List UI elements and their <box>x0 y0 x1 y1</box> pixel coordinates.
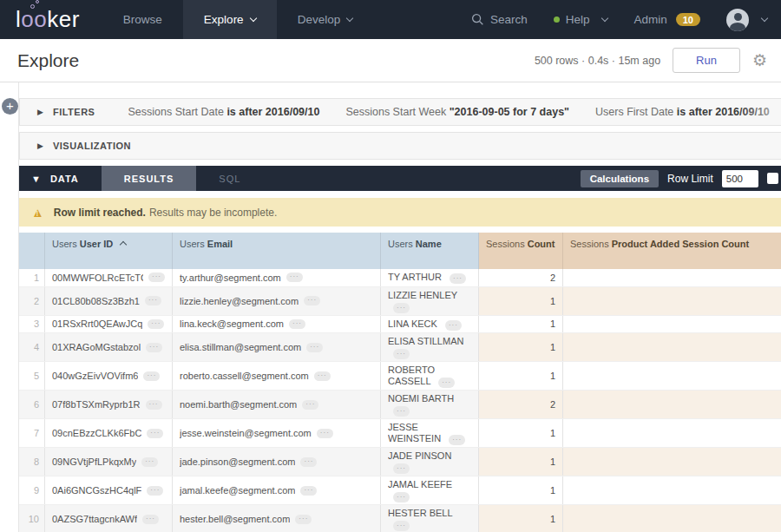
cell-menu-icon[interactable]: ··· <box>393 521 410 531</box>
cell-count[interactable]: 1 <box>479 287 563 315</box>
admin-menu[interactable]: Admin 10 <box>633 13 700 26</box>
cell-menu-icon[interactable]: ··· <box>304 296 320 305</box>
add-field-button[interactable]: + <box>2 98 18 115</box>
cell-count[interactable]: 1 <box>479 419 563 447</box>
cell-email[interactable]: lizzie.henley@segment.com··· <box>173 287 381 315</box>
tab-results[interactable]: RESULTS <box>102 166 197 191</box>
cell-count[interactable]: 2 <box>479 269 563 286</box>
tab-sql[interactable]: SQL <box>196 166 263 191</box>
nav-item-explore[interactable]: Explore <box>183 0 277 39</box>
cell-user-id[interactable]: 0Ai6GNCGszHC4qlF··· <box>45 476 173 504</box>
cell-email[interactable]: jamal.keefe@segment.com··· <box>173 476 381 504</box>
cell-menu-icon[interactable]: ··· <box>300 486 317 496</box>
totals-checkbox[interactable] <box>767 173 778 184</box>
cell-name[interactable]: TY ARTHUR ··· <box>381 269 479 286</box>
cell-product-added[interactable]: 0 <box>563 448 781 476</box>
cell-menu-icon[interactable]: ··· <box>449 435 465 445</box>
cell-count[interactable]: 1 <box>479 476 563 504</box>
cell-menu-icon[interactable]: ··· <box>147 429 163 438</box>
cell-user-id[interactable]: 01CL80b08Sz3Bzh1··· <box>45 287 173 315</box>
cell-count[interactable]: 2 <box>479 391 563 418</box>
gear-icon[interactable]: ⚙ <box>752 52 767 69</box>
cell-menu-icon[interactable]: ··· <box>148 273 165 282</box>
cell-menu-icon[interactable]: ··· <box>286 273 303 282</box>
run-button[interactable]: Run <box>673 48 740 73</box>
cell-menu-icon[interactable]: ··· <box>146 400 162 410</box>
cell-product-added[interactable]: 2 <box>563 269 781 286</box>
cell-menu-icon[interactable]: ··· <box>393 349 410 359</box>
cell-count[interactable]: 1 <box>479 362 563 390</box>
cell-product-added[interactable]: 1 <box>563 333 781 361</box>
cell-menu-icon[interactable]: ··· <box>314 371 331 381</box>
nav-item-develop[interactable]: Develop <box>277 0 374 39</box>
column-header-user-id[interactable]: Users User ID <box>45 233 173 269</box>
cell-menu-icon[interactable]: ··· <box>393 303 410 313</box>
data-section-toggle[interactable]: ▼ DATA <box>19 166 102 191</box>
cell-menu-icon[interactable]: ··· <box>445 320 462 331</box>
filter-item[interactable]: Sessions Start Date is after 2016/09/10 <box>128 106 319 118</box>
cell-menu-icon[interactable]: ··· <box>289 319 305 329</box>
cell-user-id[interactable]: 09NGVtjPfLPkqxMy··· <box>45 448 173 476</box>
cell-product-added[interactable]: 0 <box>563 287 781 315</box>
help-menu[interactable]: Help <box>554 13 608 26</box>
column-header-email[interactable]: Users Email <box>173 233 381 269</box>
cell-name[interactable]: LIZZIE HENLEY ··· <box>381 287 479 315</box>
collapse-arrow-icon[interactable]: ▶ <box>37 141 43 150</box>
cell-count[interactable]: 1 <box>479 316 563 333</box>
cell-email[interactable]: lina.keck@segment.com··· <box>173 316 381 333</box>
cell-email[interactable]: noemi.barth@segment.com··· <box>173 391 381 418</box>
cell-menu-icon[interactable]: ··· <box>147 486 163 496</box>
cell-menu-icon[interactable]: ··· <box>300 457 317 467</box>
cell-menu-icon[interactable]: ··· <box>148 319 164 329</box>
cell-email[interactable]: jesse.weinstein@segment.com··· <box>173 419 381 447</box>
cell-count[interactable]: 1 <box>479 333 563 361</box>
cell-name[interactable]: LINA KECK ··· <box>381 316 479 333</box>
cell-menu-icon[interactable]: ··· <box>142 515 159 524</box>
cell-menu-icon[interactable]: ··· <box>393 463 410 474</box>
cell-menu-icon[interactable]: ··· <box>145 296 161 305</box>
collapse-arrow-icon[interactable]: ▶ <box>37 108 43 116</box>
calculations-button[interactable]: Calculations <box>581 170 659 187</box>
looker-logo[interactable]: looker <box>16 0 80 39</box>
cell-menu-icon[interactable]: ··· <box>393 492 410 502</box>
cell-email[interactable]: elisa.stillman@segment.com··· <box>173 333 381 361</box>
column-header-product-added[interactable]: Sessions Product Added Session Count <box>563 233 781 269</box>
cell-name[interactable]: NOEMI BARTH ··· <box>381 391 479 418</box>
nav-item-browse[interactable]: Browse <box>102 0 183 39</box>
column-header-count[interactable]: Sessions Count <box>479 233 563 269</box>
cell-count[interactable]: 1 <box>479 505 563 532</box>
cell-name[interactable]: JESSE WEINSTEIN ··· <box>381 419 479 447</box>
column-header-name[interactable]: Users Name <box>381 233 479 269</box>
cell-user-id[interactable]: 01XRAGoMGstabzol··· <box>45 333 173 361</box>
cell-user-id[interactable]: 040wGzEivVOVifm6··· <box>45 362 173 390</box>
cell-name[interactable]: JAMAL KEEFE ··· <box>381 476 479 504</box>
cell-name[interactable]: ELISA STILLMAN ··· <box>381 333 479 361</box>
cell-product-added[interactable]: 2 <box>563 391 781 418</box>
cell-menu-icon[interactable]: ··· <box>438 378 455 388</box>
cell-user-id[interactable]: 0AZSG7ttagcnkAWf··· <box>45 505 173 532</box>
user-menu[interactable] <box>726 9 767 31</box>
cell-name[interactable]: ROBERTO CASSELL ··· <box>381 362 479 390</box>
cell-menu-icon[interactable]: ··· <box>306 343 323 352</box>
visualization-bar[interactable]: ▶ VISUALIZATION <box>19 132 781 160</box>
cell-menu-icon[interactable]: ··· <box>146 343 162 352</box>
cell-menu-icon[interactable]: ··· <box>393 406 410 417</box>
cell-user-id[interactable]: 00MWWFOLRcETcTCf··· <box>45 269 173 286</box>
cell-email[interactable]: roberto.cassell@segment.com··· <box>173 362 381 390</box>
cell-menu-icon[interactable]: ··· <box>302 400 318 410</box>
cell-product-added[interactable]: 1 <box>563 419 781 447</box>
row-limit-input[interactable] <box>722 170 758 187</box>
cell-email[interactable]: hester.bell@segment.com··· <box>173 505 381 532</box>
cell-menu-icon[interactable]: ··· <box>295 515 312 524</box>
cell-product-added[interactable]: 1 <box>563 316 781 333</box>
filters-bar[interactable]: ▶ FILTERS Sessions Start Date is after 2… <box>19 98 781 126</box>
cell-user-id[interactable]: 07f8bTSXmRyprb1R··· <box>45 391 173 418</box>
cell-email[interactable]: jade.pinson@segment.com··· <box>173 448 381 476</box>
cell-user-id[interactable]: 09cnEBzzCLKk6FbC··· <box>45 419 173 447</box>
cell-name[interactable]: JADE PINSON ··· <box>381 448 479 476</box>
cell-count[interactable]: 1 <box>479 448 563 476</box>
cell-product-added[interactable]: 1 <box>563 476 781 504</box>
filter-item[interactable]: Users First Date is after 2016/09/10 <box>595 106 770 118</box>
cell-user-id[interactable]: 01RSxRrt0QEAwJCq··· <box>45 316 173 333</box>
cell-name[interactable]: HESTER BELL ··· <box>381 505 479 532</box>
